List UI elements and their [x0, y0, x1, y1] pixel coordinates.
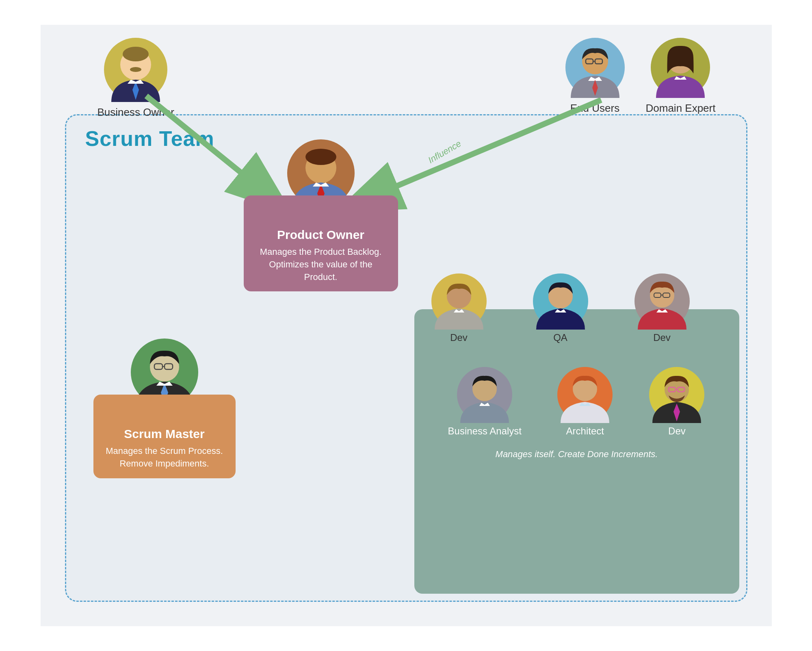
dev3-label: Dev	[668, 425, 686, 437]
scrum-master-title: Scrum Master	[106, 427, 223, 441]
business-analyst-avatar	[456, 366, 513, 423]
end-users-person: End Users	[565, 37, 626, 115]
svg-point-3	[130, 67, 141, 72]
dev1-member: Dev	[431, 273, 487, 343]
svg-point-2	[123, 47, 149, 61]
dev3-avatar	[648, 366, 705, 423]
end-users-label: End Users	[570, 102, 619, 115]
product-owner-title: Product Owner	[256, 228, 386, 242]
qa-label: QA	[553, 332, 567, 343]
dev1-label: Dev	[450, 332, 468, 343]
product-owner-person: Product Owner Manages the Product Backlo…	[244, 139, 398, 291]
domain-expert-person: Domain Expert	[646, 37, 716, 115]
domain-expert-avatar	[650, 37, 711, 98]
business-owner-label: Business Owner	[97, 106, 174, 119]
domain-expert-label: Domain Expert	[646, 102, 716, 115]
svg-point-16	[305, 149, 336, 165]
main-diagram: Scrum Team Business Owner	[41, 25, 772, 626]
product-owner-desc1: Manages the Product Backlog.	[256, 246, 386, 258]
dev2-avatar	[634, 273, 691, 330]
end-users-avatar	[565, 37, 626, 98]
business-analyst-member: Business Analyst	[448, 366, 522, 437]
scrum-master-person: Scrum Master Manages the Scrum Process. …	[93, 338, 236, 478]
dev-team-box: Dev QA	[414, 309, 739, 594]
dev3-member: Dev	[648, 366, 705, 437]
product-owner-box: Product Owner Manages the Product Backlo…	[244, 195, 398, 291]
dev2-member: Dev	[634, 273, 691, 343]
dev1-avatar	[431, 273, 487, 330]
qa-avatar	[532, 273, 589, 330]
architect-label: Architect	[566, 425, 604, 437]
scrum-master-desc2: Remove Impediments.	[106, 458, 223, 470]
dev2-label: Dev	[653, 332, 671, 343]
scrum-team-label: Scrum Team	[85, 126, 214, 151]
business-owner-person: Business Owner	[97, 37, 174, 119]
architect-avatar	[556, 366, 613, 423]
qa-member: QA	[532, 273, 589, 343]
business-analyst-label: Business Analyst	[448, 425, 522, 437]
scrum-master-desc1: Manages the Scrum Process.	[106, 445, 223, 458]
scrum-master-box: Scrum Master Manages the Scrum Process. …	[93, 395, 236, 478]
business-owner-avatar	[103, 37, 168, 102]
architect-member: Architect	[556, 366, 613, 437]
dev-team-desc: Manages itself. Create Done Increments.	[431, 449, 723, 460]
dev-team-bottom-row: Business Analyst Architect	[431, 366, 723, 437]
product-owner-desc2: Optimizes the value of the Product.	[256, 258, 386, 284]
